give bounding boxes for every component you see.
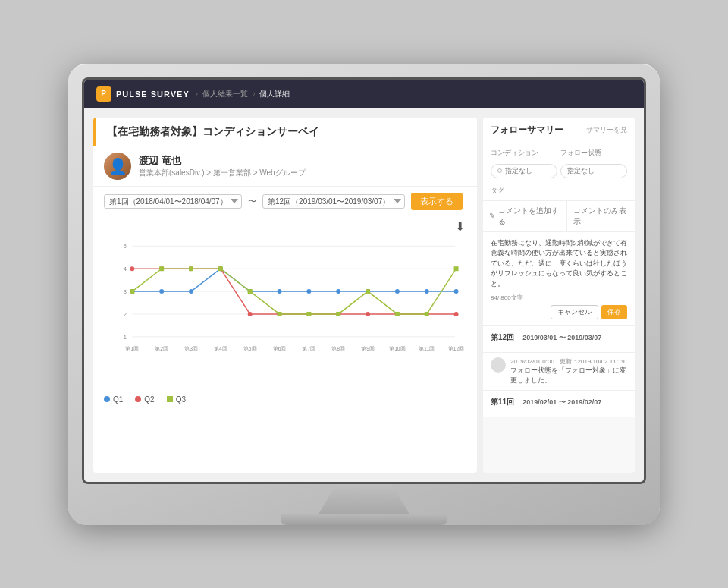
session-12-title: 第12回 (491, 333, 514, 341)
monitor-stand (318, 484, 410, 514)
comment-only-button[interactable]: コメントのみ表示 (567, 201, 635, 231)
filter-bar: 第1回（2018/04/01〜2018/04/07） 〜 第12回（2019/0… (93, 187, 477, 216)
legend-q1-dot (104, 396, 110, 402)
page-title: 【在宅勤務者対象】コンディションサーベイ (107, 125, 466, 139)
svg-rect-42 (366, 289, 370, 294)
legend-q2-dot (135, 396, 141, 402)
follow-value: 指定なし (567, 166, 595, 176)
log-content: 2019/02/01 0:00 更新：2019/10/02 11:19 フォロー… (510, 357, 627, 385)
add-comment-button[interactable]: ✎ コメントを追加する (483, 201, 567, 231)
legend-q2-label: Q2 (144, 395, 154, 404)
svg-point-15 (278, 289, 282, 294)
session-11: 第11回 2019/02/01 〜 2019/02/07 (483, 391, 635, 417)
legend-q2: Q2 (135, 395, 154, 404)
user-name: 渡辺 竜也 (139, 154, 306, 168)
log-avatar (491, 357, 506, 373)
svg-rect-39 (278, 311, 282, 316)
svg-point-30 (366, 311, 370, 316)
comment-text: 在宅勤務になり、通勤時間の削減ができて有意義な時間の使い方が出来ていると実感され… (491, 238, 627, 290)
log-updated: 更新：2019/10/02 11:19 (560, 358, 625, 365)
chart-svg-container: 5 4 3 2 1 (104, 219, 466, 386)
chart-svg: 5 4 3 2 1 (104, 219, 466, 386)
svg-point-11 (159, 289, 164, 294)
add-comment-label: コメントを追加する (498, 206, 560, 227)
left-panel: 【在宅勤務者対象】コンディションサーベイ 渡辺 竜也 営業本部(salesDiv… (93, 118, 477, 473)
svg-text:5: 5 (124, 243, 127, 250)
filter-tilde: 〜 (248, 196, 256, 207)
session-11-date: 2019/02/01 〜 2019/02/07 (522, 398, 601, 406)
to-select[interactable]: 第12回（2019/03/01〜2019/03/07） (262, 194, 405, 209)
svg-text:2: 2 (124, 310, 127, 317)
breadcrumb-item1[interactable]: 個人結果一覧 (202, 89, 248, 99)
svg-rect-38 (248, 289, 253, 294)
svg-rect-45 (454, 266, 459, 271)
condition-values: 指定なし 指定なし (483, 159, 635, 183)
svg-text:第2回: 第2回 (155, 346, 168, 351)
breadcrumb-sep2: › (253, 90, 255, 98)
summary-link-btn[interactable]: サマリーを見 (586, 125, 627, 135)
svg-text:1: 1 (124, 333, 127, 340)
user-info: 渡辺 竜也 営業本部(salesDiv.) > 第一営業部 > Webグループ (93, 146, 477, 187)
breadcrumb-current: 個人詳細 (259, 89, 290, 99)
session-12-header: 第12回 2019/03/01 〜 2019/03/07 (491, 332, 627, 343)
session-11-header: 第11回 2019/02/01 〜 2019/02/07 (491, 397, 627, 407)
log-text: フォロー状態を「フォロー対象」に変更しました。 (510, 366, 627, 385)
session-12: 第12回 2019/03/01 〜 2019/03/07 (483, 326, 635, 353)
legend-q3-dot (167, 396, 173, 402)
svg-point-17 (336, 289, 340, 294)
svg-rect-41 (336, 311, 340, 316)
avatar-image (104, 153, 131, 180)
svg-rect-44 (425, 311, 429, 316)
comment-toolbar: ✎ コメントを追加する コメントのみ表示 (483, 201, 635, 232)
monitor: P PULSE SURVEY › 個人結果一覧 › 個人詳細 【在宅勤務者対象】… (68, 64, 660, 525)
svg-text:第7回: 第7回 (302, 346, 315, 351)
logo-icon: P (96, 86, 111, 102)
follow-value-box[interactable]: 指定なし (560, 164, 627, 178)
chart-area: ⬇ 5 4 (93, 216, 477, 392)
log-time: 2019/02/01 0:00 更新：2019/10/02 11:19 (510, 357, 627, 366)
legend-q1-label: Q1 (113, 395, 123, 404)
condition-dot (497, 168, 502, 173)
svg-text:第11回: 第11回 (419, 346, 435, 351)
svg-text:3: 3 (124, 288, 127, 295)
from-select[interactable]: 第1回（2018/04/01〜2018/04/07） (104, 194, 242, 209)
svg-rect-37 (218, 266, 223, 271)
cancel-button[interactable]: キャンセル (551, 305, 598, 319)
svg-text:第1回: 第1回 (125, 346, 139, 351)
svg-text:第12回: 第12回 (448, 346, 464, 351)
monitor-screen: P PULSE SURVEY › 個人結果一覧 › 個人詳細 【在宅勤務者対象】… (82, 77, 646, 484)
right-panel: フォローサマリー サマリーを見 コンディション フォロー状態 指定なし 指 (483, 118, 635, 473)
svg-text:第6回: 第6回 (273, 346, 287, 351)
svg-text:第4回: 第4回 (214, 346, 228, 351)
legend-q3-label: Q3 (176, 395, 186, 404)
session-11-title: 第11回 (491, 398, 514, 406)
condition-label: コンディション (491, 148, 557, 158)
breadcrumb-sep1: › (196, 90, 198, 98)
svg-text:第10回: 第10回 (389, 346, 405, 351)
svg-point-21 (454, 289, 459, 294)
breadcrumb: › 個人結果一覧 › 個人詳細 (196, 89, 290, 99)
app-logo: P PULSE SURVEY (96, 86, 190, 102)
download-icon[interactable]: ⬇ (455, 219, 465, 234)
svg-rect-43 (395, 311, 400, 316)
condition-row: コンディション フォロー状態 (483, 143, 635, 159)
legend-q3: Q3 (167, 395, 186, 404)
session-log: 2019/02/01 0:00 更新：2019/10/02 11:19 フォロー… (483, 353, 635, 391)
svg-text:第5回: 第5回 (243, 346, 257, 351)
display-button[interactable]: 表示する (411, 193, 463, 210)
svg-point-16 (306, 289, 311, 294)
svg-point-33 (454, 311, 459, 316)
svg-point-22 (130, 266, 134, 271)
comment-actions: キャンセル 保存 (491, 305, 627, 319)
follow-summary-header: フォローサマリー サマリーを見 (483, 118, 635, 143)
app: P PULSE SURVEY › 個人結果一覧 › 個人詳細 【在宅勤務者対象】… (84, 80, 644, 482)
condition-value-box[interactable]: 指定なし (491, 164, 557, 178)
save-button[interactable]: 保存 (601, 305, 627, 319)
comment-box: 在宅勤務になり、通勤時間の削減ができて有意義な時間の使い方が出来ていると実感され… (483, 232, 635, 327)
svg-point-19 (395, 289, 400, 294)
tag-label: タグ (491, 187, 504, 194)
svg-rect-36 (189, 266, 193, 271)
follow-summary-title: フォローサマリー (491, 124, 563, 137)
monitor-base (281, 514, 447, 525)
follow-label: フォロー状態 (560, 148, 627, 158)
